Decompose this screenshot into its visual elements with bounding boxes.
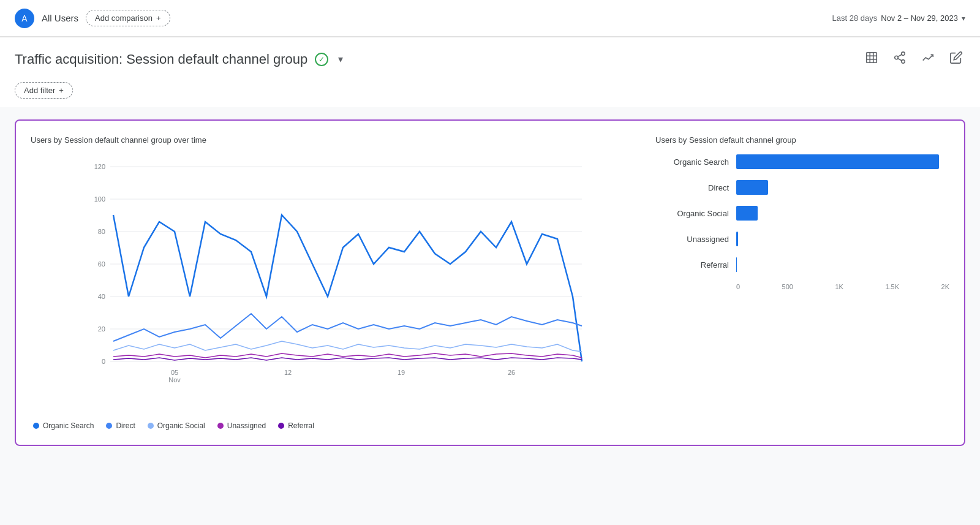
bar-x-label-500: 500 — [782, 283, 793, 290]
header-right: Last 28 days Nov 2 – Nov 29, 2023 ▾ — [832, 13, 965, 23]
page-title: Traffic acquisition: Session default cha… — [15, 51, 307, 67]
check-badge: ✓ — [315, 53, 328, 66]
svg-text:12: 12 — [284, 369, 292, 376]
title-actions — [862, 48, 965, 70]
bar-label-unassigned: Unassigned — [655, 235, 729, 244]
bar-track-direct — [736, 180, 949, 195]
title-section: Traffic acquisition: Session default cha… — [0, 37, 980, 77]
line-chart-svg: 120 100 80 60 40 20 0 05 Nov 12 19 26 — [31, 154, 631, 387]
svg-text:100: 100 — [94, 195, 105, 203]
svg-text:26: 26 — [508, 369, 515, 376]
legend-label-direct: Direct — [116, 421, 135, 430]
svg-text:80: 80 — [98, 228, 105, 235]
header: A All Users Add comparison + Last 28 day… — [0, 0, 980, 37]
share-button[interactable] — [891, 48, 909, 70]
bar-x-label-1-5k: 1.5K — [885, 283, 899, 290]
legend-dot-organic-social — [148, 423, 154, 429]
legend-dot-direct — [106, 423, 112, 429]
svg-line-9 — [898, 55, 902, 57]
bar-row-unassigned: Unassigned — [655, 232, 949, 246]
svg-point-7 — [902, 60, 905, 64]
chart-legend: Organic Search Direct Organic Social Una… — [31, 421, 631, 430]
bar-label-direct: Direct — [655, 183, 729, 192]
header-left: A All Users Add comparison + — [15, 9, 170, 28]
bar-fill-organic-social — [736, 206, 758, 221]
legend-dot-referral — [278, 423, 284, 429]
filter-section: Add filter + — [0, 77, 980, 107]
svg-rect-0 — [867, 53, 877, 63]
edit-button[interactable] — [947, 48, 965, 70]
line-chart-container: Users by Session default channel group o… — [31, 135, 631, 430]
bar-x-axis: 0 500 1K 1.5K 2K — [655, 283, 949, 290]
bar-x-label-0: 0 — [736, 283, 740, 290]
date-dropdown-icon[interactable]: ▾ — [962, 14, 965, 23]
bar-track-organic-social — [736, 206, 949, 221]
date-prefix: Last 28 days — [832, 13, 878, 23]
title-dropdown-button[interactable]: ▾ — [336, 52, 345, 66]
legend-label-organic-search: Organic Search — [43, 421, 94, 430]
svg-text:60: 60 — [98, 260, 105, 268]
svg-point-5 — [902, 52, 905, 56]
svg-line-8 — [898, 58, 902, 61]
title-row: Traffic acquisition: Session default cha… — [15, 48, 965, 70]
bar-track-unassigned — [736, 232, 949, 246]
legend-item-referral: Referral — [278, 421, 314, 430]
svg-text:0: 0 — [102, 358, 105, 365]
page-title-group: Traffic acquisition: Session default cha… — [15, 51, 345, 67]
svg-text:40: 40 — [98, 293, 105, 300]
bar-row-direct: Direct — [655, 180, 949, 195]
legend-dot-organic-search — [33, 423, 39, 429]
svg-text:20: 20 — [98, 325, 105, 333]
line-chart-area: 120 100 80 60 40 20 0 05 Nov 12 19 26 — [31, 154, 631, 412]
chart-card: Users by Session default channel group o… — [15, 119, 965, 446]
bar-x-label-1k: 1K — [835, 283, 843, 290]
legend-label-referral: Referral — [288, 421, 314, 430]
bar-row-organic-social: Organic Social — [655, 206, 949, 221]
user-avatar: A — [15, 9, 34, 28]
bar-label-organic-search: Organic Search — [655, 157, 729, 167]
trend-button[interactable] — [919, 48, 937, 70]
all-users-label: All Users — [42, 13, 78, 23]
bar-fill-referral — [736, 257, 737, 272]
bar-chart-area: Organic Search Direct Organic Social Una… — [655, 154, 949, 290]
bar-fill-organic-search — [736, 154, 939, 169]
bar-chart-container: Users by Session default channel group O… — [655, 135, 949, 430]
bar-fill-unassigned — [736, 232, 738, 246]
add-filter-button[interactable]: Add filter + — [15, 82, 73, 99]
table-view-button[interactable] — [862, 48, 881, 70]
bar-track-organic-search — [736, 154, 949, 169]
svg-point-6 — [895, 56, 899, 59]
bar-x-label-2k: 2K — [941, 283, 949, 290]
bar-chart-title: Users by Session default channel group — [655, 135, 949, 145]
svg-text:Nov: Nov — [168, 376, 181, 383]
svg-text:19: 19 — [398, 369, 405, 376]
legend-item-unassigned: Unassigned — [217, 421, 266, 430]
bar-row-organic-search: Organic Search — [655, 154, 949, 169]
svg-text:120: 120 — [94, 163, 105, 170]
legend-label-unassigned: Unassigned — [227, 421, 266, 430]
bar-label-referral: Referral — [655, 260, 729, 270]
bar-fill-direct — [736, 180, 768, 195]
legend-label-organic-social: Organic Social — [157, 421, 205, 430]
bar-label-organic-social: Organic Social — [655, 209, 729, 218]
legend-dot-unassigned — [217, 423, 224, 429]
legend-item-organic-search: Organic Search — [33, 421, 94, 430]
line-chart-title: Users by Session default channel group o… — [31, 135, 631, 145]
bar-row-referral: Referral — [655, 257, 949, 272]
add-comparison-button[interactable]: Add comparison + — [86, 10, 170, 26]
date-range: Nov 2 – Nov 29, 2023 — [881, 13, 958, 23]
legend-item-direct: Direct — [106, 421, 135, 430]
legend-item-organic-social: Organic Social — [148, 421, 205, 430]
svg-text:05: 05 — [171, 369, 178, 376]
bar-track-referral — [736, 257, 949, 272]
